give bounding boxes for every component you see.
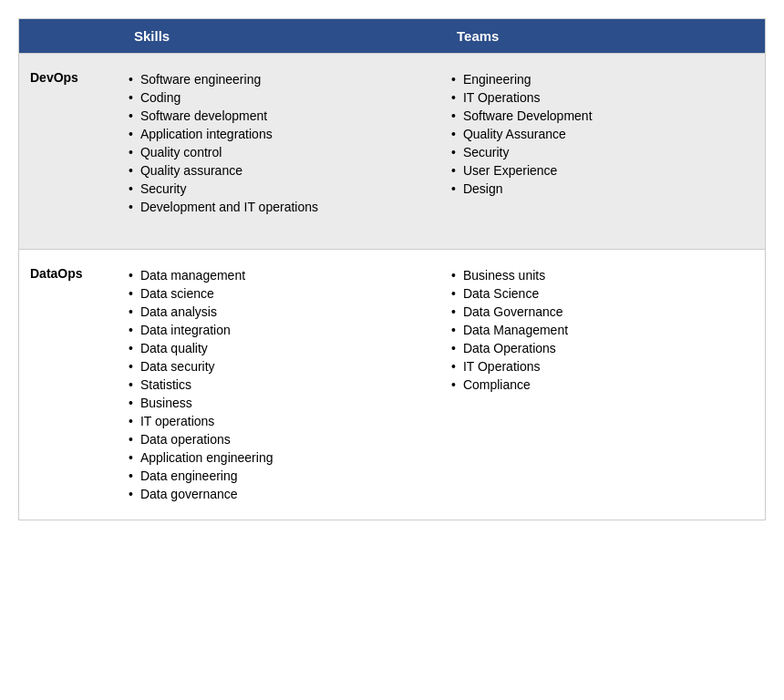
list-item: Data science [129, 284, 433, 303]
devops-teams-list: EngineeringIT OperationsSoftware Develop… [451, 70, 756, 198]
list-item: Data security [129, 357, 433, 376]
devops-label: DevOps [19, 54, 119, 232]
list-item: Data Management [451, 321, 756, 339]
dataops-skills: Data managementData scienceData analysis… [119, 250, 442, 520]
dataops-skills-list: Data managementData scienceData analysis… [129, 266, 433, 503]
list-item: Data analysis [129, 303, 433, 321]
list-item: User Experience [451, 161, 756, 180]
list-item: Quality control [129, 143, 433, 161]
devops-teams: EngineeringIT OperationsSoftware Develop… [442, 54, 765, 232]
devops-skills: Software engineeringCodingSoftware devel… [119, 54, 442, 232]
dataops-row: DataOps Data managementData scienceData … [19, 249, 765, 520]
list-item: Design [451, 180, 756, 198]
list-item: Development and IT operations [129, 198, 433, 216]
header-teams: Teams [442, 19, 765, 53]
devops-skills-list: Software engineeringCodingSoftware devel… [129, 70, 433, 216]
list-item: IT Operations [451, 88, 756, 107]
list-item: IT operations [129, 412, 433, 430]
list-item: IT Operations [451, 357, 756, 376]
comparison-table: Skills Teams DevOps Software engineering… [18, 18, 766, 520]
header-skills: Skills [119, 19, 442, 53]
list-item: Software Development [451, 107, 756, 125]
list-item: Coding [129, 88, 433, 107]
devops-spacer [19, 232, 765, 249]
list-item: Software engineering [129, 70, 433, 88]
list-item: Software development [129, 107, 433, 125]
list-item: Business [129, 394, 433, 412]
list-item: Statistics [129, 376, 433, 394]
dataops-teams: Business unitsData ScienceData Governanc… [442, 250, 765, 520]
list-item: Data Governance [451, 303, 756, 321]
list-item: Quality Assurance [451, 125, 756, 143]
header-empty [19, 19, 119, 53]
dataops-teams-list: Business unitsData ScienceData Governanc… [451, 266, 756, 394]
list-item: Security [129, 180, 433, 198]
list-item: Data operations [129, 430, 433, 448]
list-item: Data Operations [451, 339, 756, 357]
list-item: Business units [451, 266, 756, 284]
table-header: Skills Teams [19, 19, 765, 53]
devops-row: DevOps Software engineeringCodingSoftwar… [19, 53, 765, 232]
list-item: Data integration [129, 321, 433, 339]
list-item: Data engineering [129, 467, 433, 485]
list-item: Engineering [451, 70, 756, 88]
list-item: Data governance [129, 485, 433, 503]
list-item: Compliance [451, 376, 756, 394]
list-item: Security [451, 143, 756, 161]
list-item: Quality assurance [129, 161, 433, 180]
list-item: Data quality [129, 339, 433, 357]
list-item: Application integrations [129, 125, 433, 143]
dataops-label: DataOps [19, 250, 119, 520]
list-item: Data Science [451, 284, 756, 303]
list-item: Data management [129, 266, 433, 284]
list-item: Application engineering [129, 448, 433, 467]
